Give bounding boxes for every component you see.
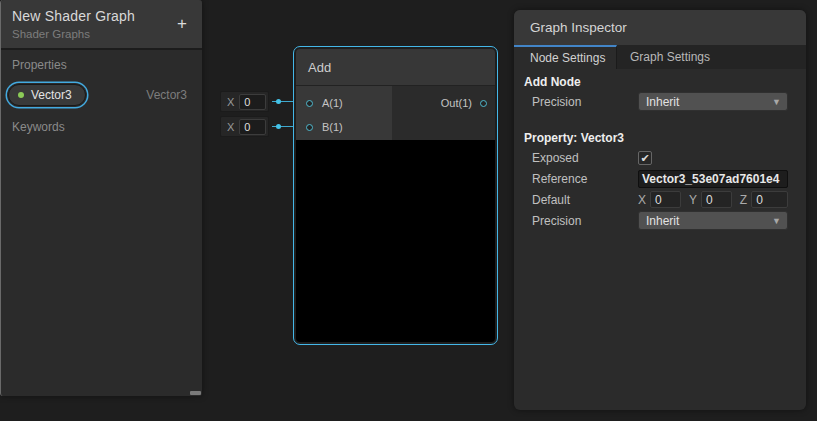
output-port-icon[interactable]: [480, 100, 487, 107]
port-default-input-b: X 0: [220, 116, 269, 137]
precision-label: Precision: [524, 214, 638, 228]
property-row: Vector3 Vector3: [1, 83, 202, 107]
chevron-down-icon: ▼: [772, 216, 781, 226]
node-precision-row: Precision Inherit ▼: [524, 91, 788, 112]
add-property-button[interactable]: +: [173, 15, 191, 33]
dropdown-value: Inherit: [646, 214, 679, 228]
output-port-label: Out(1): [441, 97, 472, 109]
axis-x-label: X: [638, 193, 646, 207]
axis-y-label: Y: [689, 193, 697, 207]
inspector-tabs: Node Settings Graph Settings: [514, 45, 806, 69]
axis-label: X: [227, 96, 234, 108]
port-value-field-a[interactable]: 0: [239, 94, 266, 110]
add-node-section-title: Add Node: [524, 73, 788, 91]
tab-node-settings[interactable]: Node Settings: [514, 45, 617, 69]
output-port-row: Out(1): [441, 91, 487, 115]
inspector-header: Graph Inspector: [514, 10, 806, 45]
input-port-a-label: A(1): [322, 97, 343, 109]
port-default-input-a: X 0: [220, 91, 269, 112]
properties-section-label: Properties: [1, 58, 202, 74]
node-title: Add: [308, 60, 331, 75]
blackboard-panel: New Shader Graph + Shader Graphs Propert…: [0, 0, 202, 396]
input-port-b-label: B(1): [322, 121, 343, 133]
dropdown-value: Inherit: [646, 95, 679, 109]
node-add[interactable]: Add A(1) B(1) Out(1): [293, 46, 498, 345]
input-port-row-b: B(1): [296, 115, 392, 139]
node-input-ports: A(1) B(1): [296, 86, 392, 140]
property-section-title: Property: Vector3: [524, 129, 788, 147]
node-precision-dropdown[interactable]: Inherit ▼: [638, 92, 788, 111]
edge-connector-dot-icon: [276, 124, 281, 129]
axis-label: X: [227, 121, 234, 133]
default-x-field[interactable]: 0: [650, 191, 681, 208]
exposed-row: Exposed ✔: [524, 147, 788, 168]
edge-connector-dot-icon: [276, 99, 281, 104]
blackboard-header: New Shader Graph + Shader Graphs: [1, 0, 202, 50]
node-output-ports: Out(1): [392, 86, 495, 140]
graph-inspector-panel: Graph Inspector Node Settings Graph Sett…: [514, 10, 806, 410]
default-row: Default X 0 Y 0 Z 0: [524, 189, 788, 210]
node-ports: A(1) B(1) Out(1): [296, 86, 495, 140]
property-exposed-dot-icon: [18, 92, 24, 98]
exposed-checkbox[interactable]: ✔: [638, 151, 652, 165]
inspector-title: Graph Inspector: [530, 20, 627, 35]
input-port-b-icon[interactable]: [306, 124, 313, 131]
reference-row: Reference Vector3_53e07ad7601e4: [524, 168, 788, 189]
input-port-row-a: A(1): [296, 91, 392, 115]
node-add-header[interactable]: Add: [296, 49, 495, 86]
property-pill-vector3[interactable]: Vector3: [8, 84, 86, 106]
property-precision-row: Precision Inherit ▼: [524, 210, 788, 231]
property-pill-label: Vector3: [31, 88, 72, 102]
tab-graph-settings[interactable]: Graph Settings: [617, 45, 710, 69]
default-label: Default: [524, 193, 638, 207]
chevron-down-icon: ▼: [772, 97, 781, 107]
default-z-field[interactable]: 0: [751, 191, 788, 208]
reference-input[interactable]: Vector3_53e07ad7601e4: [638, 170, 788, 188]
default-y-field[interactable]: 0: [701, 191, 732, 208]
exposed-label: Exposed: [524, 151, 638, 165]
node-preview: [296, 140, 495, 342]
graph-title: New Shader Graph: [12, 8, 192, 24]
property-precision-dropdown[interactable]: Inherit ▼: [638, 211, 788, 230]
precision-label: Precision: [524, 95, 638, 109]
panel-resize-grip[interactable]: [190, 391, 201, 395]
reference-label: Reference: [524, 172, 638, 186]
property-type-label: Vector3: [146, 88, 187, 102]
port-value-field-b[interactable]: 0: [239, 119, 266, 135]
input-port-a-icon[interactable]: [306, 100, 313, 107]
inspector-content: Add Node Precision Inherit ▼ Property: V…: [514, 69, 806, 231]
axis-z-label: Z: [740, 193, 747, 207]
keywords-section-label: Keywords: [1, 120, 202, 136]
graph-subtitle: Shader Graphs: [12, 28, 192, 40]
